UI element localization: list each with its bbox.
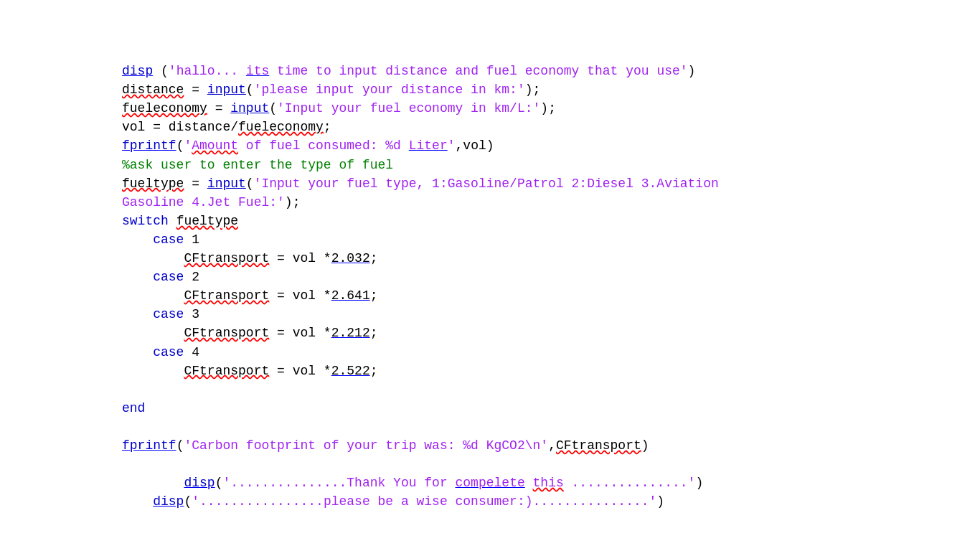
line-7: fueltype = input('Input your fuel type, …	[122, 176, 719, 191]
case-3-kw: case	[153, 307, 184, 321]
fprintf-fn-2: fprintf	[122, 438, 176, 453]
cftransport-var-2: CFtransport	[184, 288, 269, 303]
string-1c: distance	[378, 64, 456, 78]
line-4: vol = distance/fueleconomy;	[122, 120, 331, 134]
line-5: fprintf('Amount of fuel consumed: %d Lit…	[122, 138, 494, 153]
line-13: CFtransport = vol *2.641;	[122, 288, 378, 303]
string-1b: time to	[269, 64, 339, 78]
line-12: case 2	[122, 270, 199, 284]
num-2: 2.641	[331, 288, 370, 303]
case-4-kw: case	[153, 345, 184, 359]
line-2: distance = input('please input your dist…	[122, 83, 540, 97]
disp-fn-2: disp	[184, 476, 215, 490]
string-5b: Gasoline 4.Jet Fuel:'	[122, 195, 285, 209]
comment-1: %ask user to enter the type of fuel	[122, 158, 393, 172]
line-1: disp ('hallo... its time to input distan…	[122, 64, 695, 78]
string-its: its	[246, 64, 269, 78]
string-3: 'Input your fuel economy in km/L:'	[277, 101, 540, 116]
case-2-kw: case	[153, 270, 184, 284]
line-8: Gasoline 4.Jet Fuel:');	[122, 195, 300, 209]
distance-var: distance	[122, 83, 184, 97]
fueleconomy-var: fueleconomy	[122, 101, 207, 116]
fueltype-var: fueltype	[122, 176, 184, 191]
string-5: 'Input your fuel type, 1:Gasoline/Patrol…	[254, 176, 719, 191]
cftransport-var-3: CFtransport	[184, 326, 269, 340]
string-7: '...............Thank You for compelete …	[222, 476, 695, 490]
disp-function: disp	[122, 64, 153, 78]
cftransport-var-1: CFtransport	[184, 251, 269, 265]
input-fn-1: input	[207, 83, 246, 97]
line-14: case 3	[122, 307, 199, 321]
line-3: fueleconomy = input('Input your fuel eco…	[122, 101, 556, 116]
code-editor: disp ('hallo... its time to input distan…	[122, 43, 980, 511]
string-2: 'please input your distance in km:'	[254, 83, 525, 97]
line-11: CFtransport = vol *2.032;	[122, 251, 378, 265]
fueltype-var2: fueltype	[176, 214, 238, 228]
disp-fn-3: disp	[153, 494, 184, 509]
fueleconomy-var2: fueleconomy	[238, 120, 324, 134]
fprintf-fn-1: fprintf	[122, 138, 176, 153]
case-1-kw: case	[153, 232, 184, 247]
line-24: disp('................please be a wise c…	[122, 494, 664, 509]
num-3: 2.212	[331, 326, 370, 340]
string-1d: fuel economy that you use'	[479, 64, 688, 78]
switch-kw: switch	[122, 214, 169, 228]
string-8: '................please be a wise consum…	[192, 494, 656, 509]
line-9: switch fueltype	[122, 214, 238, 228]
cftransport-var-4: CFtransport	[184, 364, 269, 378]
end-kw: end	[122, 401, 145, 415]
string-4: 'Amount of fuel consumed: %d Liter'	[184, 138, 455, 153]
line-6: %ask user to enter the type of fuel	[122, 158, 393, 172]
line-16: case 4	[122, 345, 199, 359]
num-1: 2.032	[331, 251, 370, 265]
string-input1: input	[339, 64, 377, 78]
line-19: end	[122, 401, 145, 415]
string-and: and	[456, 64, 479, 78]
line-21: fprintf('Carbon footprint of your trip w…	[122, 438, 649, 453]
input-fn-2: input	[230, 101, 269, 116]
line-17: CFtransport = vol *2.522;	[122, 364, 378, 378]
line-23: disp('...............Thank You for compe…	[122, 476, 703, 490]
input-fn-3: input	[207, 176, 246, 191]
line-15: CFtransport = vol *2.212;	[122, 326, 378, 340]
cftransport-var-5: CFtransport	[556, 438, 641, 453]
string-6: 'Carbon footprint of your trip was: %d K…	[184, 438, 548, 453]
num-4: 2.522	[331, 364, 370, 378]
line-10: case 1	[122, 232, 199, 247]
string-1: 'hallo...	[169, 64, 246, 78]
